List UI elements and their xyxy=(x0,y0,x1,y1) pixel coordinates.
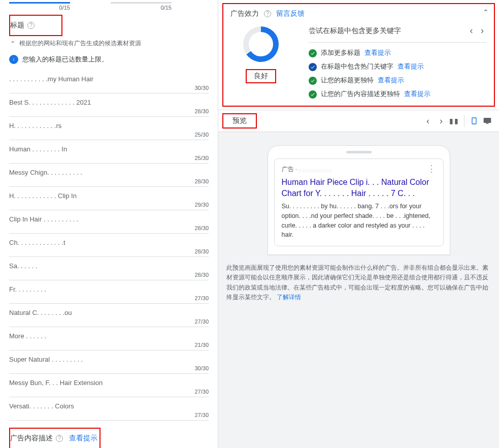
check-icon xyxy=(309,49,317,57)
char-count: 28/30 xyxy=(9,246,209,254)
device-mobile-button[interactable] xyxy=(468,114,481,127)
headline-item[interactable]: Best S. . . . . . . . . . . . . 202128/3… xyxy=(9,93,209,117)
serp-menu-icon[interactable]: ⋮ xyxy=(427,166,436,171)
counter-images: 0/15 xyxy=(111,2,172,11)
char-count: 27/30 xyxy=(9,387,209,395)
ad-strength-card: ⌃ 广告效力 ? 留言反馈 良好 尝试在标题中包含更多关键字 ‹ › xyxy=(222,3,495,107)
headlines-section-title: 标题 ? xyxy=(9,15,62,36)
headline-limit-notice: 您输入的标题已达数量上限。 xyxy=(9,53,209,70)
ad-domain-blur: . . . . . . . . . . xyxy=(299,166,331,173)
headline-text: Human . . . . . . . . In xyxy=(9,145,209,153)
char-count: 25/30 xyxy=(9,130,209,138)
view-tips-link[interactable]: 查看提示 xyxy=(69,434,97,443)
help-icon[interactable]: ? xyxy=(56,435,63,442)
descriptions-label: 广告内容描述 xyxy=(10,434,53,443)
preview-toolbar: 预览 ‹ › ▮▮ xyxy=(218,110,499,132)
help-icon[interactable]: ? xyxy=(264,10,271,17)
feedback-link[interactable]: 留言反馈 xyxy=(276,9,305,18)
idea-row: 让您的标题更独特 查看提示 xyxy=(309,76,487,85)
headline-item[interactable]: Clip In Hair . . . . . . . . . .28/30 xyxy=(9,210,209,234)
headlines-label: 标题 xyxy=(10,21,24,30)
headlines-list: . . . . . . . . . . .my Human Hair30/30B… xyxy=(9,70,209,421)
check-icon xyxy=(309,63,317,71)
idea-row: 让您的广告内容描述更独特 查看提示 xyxy=(309,90,487,99)
ad-strength-gauge xyxy=(243,26,279,62)
help-icon[interactable]: ? xyxy=(27,22,35,29)
headline-item[interactable]: . . . . . . . . . . .my Human Hair30/30 xyxy=(9,70,209,93)
idea-link[interactable]: 查看提示 xyxy=(378,76,404,85)
headline-text: . . . . . . . . . . .my Human Hair xyxy=(9,75,209,83)
idea-row: 在标题中包含热门关键字 查看提示 xyxy=(309,62,487,71)
char-count: 27/30 xyxy=(9,410,209,418)
preview-canvas: 广告 · . . . . . . . . . . ⋮ Human Hair Pi… xyxy=(218,132,499,448)
idea-text: 添加更多标题 xyxy=(321,49,360,57)
info-icon xyxy=(9,55,18,64)
left-assets-panel: 0/15 0/15 标题 ? ⌃ 根据您的网站和现有广告生成的候选素材资源 您输… xyxy=(0,0,218,448)
headline-text: Best S. . . . . . . . . . . . . 2021 xyxy=(9,99,209,106)
idea-link[interactable]: 查看提示 xyxy=(404,90,430,99)
idea-text: 在标题中包含热门关键字 xyxy=(321,62,393,71)
serp-description: Su. . . . . . . . . by hu. . . . . . ban… xyxy=(282,202,436,240)
next-tip-button[interactable]: › xyxy=(478,24,487,37)
phone-frame: 广告 · . . . . . . . . . . ⋮ Human Hair Pi… xyxy=(268,145,450,255)
preview-footnote: 此预览画面展现了使用您的素材资源可能会制作出什么样的广告。并非所有组合都会显示出… xyxy=(226,263,491,302)
suggested-assets-row[interactable]: ⌃ 根据您的网站和现有广告生成的候选素材资源 xyxy=(9,36,209,53)
idea-row: 添加更多标题 查看提示 xyxy=(309,49,487,57)
char-count: 28/30 xyxy=(9,176,209,184)
headline-item[interactable]: H. . . . . . . . . . . .rs25/30 xyxy=(9,117,209,140)
headline-text: Ch. . . . . . . . . . . . .t xyxy=(9,239,209,246)
idea-text: 让您的广告内容描述更独特 xyxy=(321,90,400,99)
headline-item[interactable]: Messy Bun, F. . . Hair Extension27/30 xyxy=(9,374,209,397)
serp-title[interactable]: Human Hair Piece Clip i. . . Natural Col… xyxy=(282,177,436,199)
learn-more-link[interactable]: 了解详情 xyxy=(277,294,301,301)
idea-text: 让您的标题更独特 xyxy=(321,76,374,85)
headline-item[interactable]: H. . . . . . . . . . . . Clip In29/30 xyxy=(9,187,209,210)
prev-tip-button[interactable]: ‹ xyxy=(467,24,476,37)
headline-item[interactable]: Human . . . . . . . . In25/30 xyxy=(9,140,209,164)
headline-item[interactable]: Super Natural . . . . . . . . .30/30 xyxy=(9,350,209,374)
preview-pause-button[interactable]: ▮▮ xyxy=(448,114,461,127)
headline-item[interactable]: Fr. . . . . . . . .27/30 xyxy=(9,280,209,304)
headline-item[interactable]: Versati. . . . . . . Colors27/30 xyxy=(9,397,209,421)
counter-logos: 0/15 xyxy=(9,2,70,11)
idea-link[interactable]: 查看提示 xyxy=(364,49,391,57)
headline-text: Messy Chign. . . . . . . . . . xyxy=(9,169,209,176)
headline-text: H. . . . . . . . . . . . Clip In xyxy=(9,192,209,200)
ideas-list: 添加更多标题 查看提示在标题中包含热门关键字 查看提示让您的标题更独特 查看提示… xyxy=(309,49,487,99)
headline-text: Super Natural . . . . . . . . . xyxy=(9,356,209,363)
char-count: 27/30 xyxy=(9,316,209,325)
char-count: 28/30 xyxy=(9,223,209,231)
idea-link[interactable]: 查看提示 xyxy=(397,62,424,71)
ad-badge: 广告 · xyxy=(282,166,299,173)
preview-label: 预览 xyxy=(222,113,257,129)
collapse-icon[interactable]: ⌃ xyxy=(483,8,489,16)
right-panel: ⌃ 广告效力 ? 留言反馈 良好 尝试在标题中包含更多关键字 ‹ › xyxy=(218,0,499,448)
preview-prev-button[interactable]: ‹ xyxy=(421,114,435,127)
headline-text: Natural C. . . . . . . .ou xyxy=(9,309,209,316)
headline-text: Messy Bun, F. . . Hair Extension xyxy=(9,379,209,387)
char-count: 30/30 xyxy=(9,363,209,371)
char-count: 28/30 xyxy=(9,106,209,114)
check-icon xyxy=(309,90,317,99)
headline-item[interactable]: Messy Chign. . . . . . . . . .28/30 xyxy=(9,164,209,187)
char-count: 29/30 xyxy=(9,200,209,208)
ad-strength-title: 广告效力 xyxy=(230,9,259,18)
headline-item[interactable]: Sa. . . . . .28/30 xyxy=(9,257,209,280)
preview-next-button[interactable]: › xyxy=(435,114,448,127)
headline-item[interactable]: Ch. . . . . . . . . . . . .t28/30 xyxy=(9,234,209,257)
headline-item[interactable]: Natural C. . . . . . . .ou27/30 xyxy=(9,304,209,327)
headline-text: H. . . . . . . . . . . .rs xyxy=(9,122,209,130)
headline-text: Fr. . . . . . . . . xyxy=(9,285,209,293)
phone-speaker-icon xyxy=(346,151,372,153)
headline-text: Versati. . . . . . . Colors xyxy=(9,402,209,410)
char-count: 21/30 xyxy=(9,340,209,348)
ad-strength-rating: 良好 xyxy=(246,69,276,83)
char-count: 30/30 xyxy=(9,83,209,91)
check-icon xyxy=(309,77,317,85)
headline-item[interactable]: More . . . . . .21/30 xyxy=(9,327,209,350)
strength-headline-tip: 尝试在标题中包含更多关键字 xyxy=(309,26,401,36)
chevron-up-icon: ⌃ xyxy=(9,40,16,47)
device-desktop-button[interactable] xyxy=(481,114,494,127)
char-count: 27/30 xyxy=(9,293,209,301)
headline-text: More . . . . . . xyxy=(9,332,209,340)
